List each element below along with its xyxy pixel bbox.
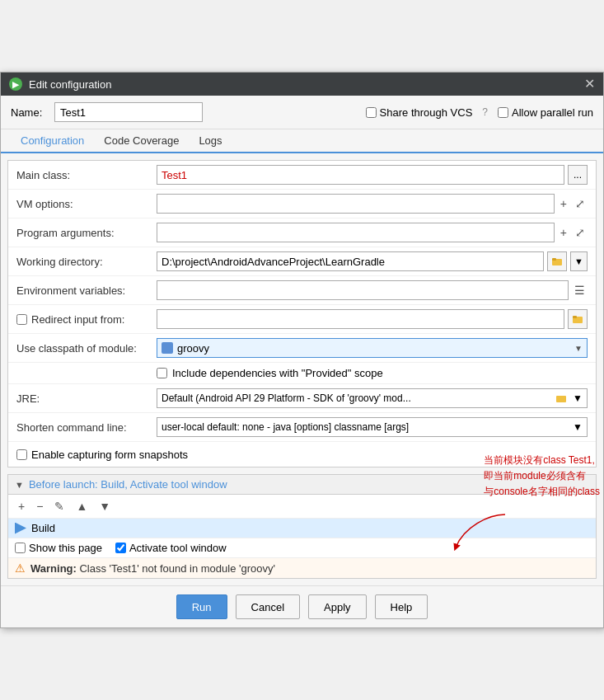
help-button[interactable]: Help bbox=[375, 594, 428, 619]
classpath-select-inner: groovy bbox=[162, 342, 209, 355]
working-dir-input[interactable] bbox=[157, 251, 544, 271]
build-label: Build bbox=[31, 522, 55, 534]
jre-label: JRE: bbox=[16, 392, 157, 405]
share-vcs-label[interactable]: Share through VCS bbox=[366, 106, 473, 119]
tabs: Configuration Code Coverage Logs bbox=[1, 129, 603, 153]
tab-configuration[interactable]: Configuration bbox=[11, 129, 94, 153]
vcs-help-icon[interactable]: ? bbox=[482, 106, 488, 118]
build-row-container: Build 当前模块没有class Test1, 即当前module必须含有 与… bbox=[8, 519, 596, 538]
title-bar: ▶ Edit configuration ✕ bbox=[1, 73, 603, 96]
program-args-control: + ⤢ bbox=[157, 223, 588, 242]
include-deps-checkbox[interactable] bbox=[157, 368, 167, 378]
form-snapshots-container: Enable capturing form snapshots bbox=[16, 449, 188, 461]
program-args-expand-icon[interactable]: ⤢ bbox=[573, 226, 588, 239]
name-label: Name: bbox=[11, 106, 48, 119]
move-down-tool-button[interactable]: ▼ bbox=[96, 498, 114, 514]
classpath-label: Use classpath of module: bbox=[16, 342, 157, 355]
vm-options-add-icon[interactable]: + bbox=[558, 197, 569, 210]
main-class-control: ... bbox=[157, 165, 588, 185]
edit-configuration-dialog: ▶ Edit configuration ✕ Name: Share throu… bbox=[0, 72, 604, 628]
name-input[interactable] bbox=[54, 102, 203, 122]
main-class-row: Main class: ... bbox=[8, 161, 596, 190]
module-icon bbox=[162, 342, 173, 354]
shorten-cmd-row: Shorten command line: user-local default… bbox=[8, 413, 596, 442]
include-deps-label: Include dependencies with "Provided" sco… bbox=[172, 367, 383, 379]
working-dir-row: Working directory: ▼ bbox=[8, 247, 596, 276]
redirect-checkbox-container: Redirect input from: bbox=[16, 313, 157, 326]
jre-row: JRE: Default (Android API 29 Platform - … bbox=[8, 384, 596, 413]
edit-tool-button[interactable]: ✎ bbox=[51, 498, 68, 514]
name-row-right: Share through VCS ? Allow parallel run bbox=[366, 106, 593, 119]
program-args-label: Program arguments: bbox=[16, 227, 157, 239]
working-dir-label: Working directory: bbox=[16, 256, 157, 268]
shorten-cmd-arrow[interactable]: ▼ bbox=[573, 421, 583, 433]
tab-code-coverage[interactable]: Code Coverage bbox=[94, 129, 189, 153]
redirect-input-checkbox[interactable] bbox=[16, 314, 27, 325]
jre-control: Default (Android API 29 Platform - SDK o… bbox=[157, 388, 588, 408]
main-class-browse-button[interactable]: ... bbox=[568, 165, 588, 185]
program-args-add-icon[interactable]: + bbox=[558, 226, 569, 239]
activate-tool-checkbox[interactable] bbox=[115, 543, 126, 553]
share-vcs-checkbox[interactable] bbox=[366, 107, 377, 118]
jre-folder-btn[interactable] bbox=[552, 388, 570, 408]
allow-parallel-checkbox[interactable] bbox=[498, 107, 508, 118]
before-launch-title: Before launch: Build, Activate tool wind… bbox=[29, 478, 227, 491]
title-bar-left: ▶ Edit configuration bbox=[9, 78, 111, 91]
form-snapshots-checkbox[interactable] bbox=[16, 449, 27, 460]
svg-rect-4 bbox=[556, 396, 566, 402]
svg-rect-1 bbox=[552, 258, 556, 261]
shorten-cmd-control: user-local default: none - java [options… bbox=[157, 417, 588, 437]
before-launch-section: ▼ Before launch: Build, Activate tool wi… bbox=[7, 474, 597, 579]
working-dir-folder-button[interactable] bbox=[547, 251, 567, 271]
move-up-tool-button[interactable]: ▲ bbox=[73, 498, 91, 514]
form-area: Main class: ... VM options: + ⤢ Program … bbox=[7, 160, 597, 467]
run-button[interactable]: Run bbox=[176, 594, 227, 619]
warning-text: Warning: Class 'Test1' not found in modu… bbox=[30, 562, 275, 575]
vm-options-expand-icon[interactable]: ⤢ bbox=[573, 197, 588, 210]
shorten-cmd-select[interactable]: user-local default: none - java [options… bbox=[157, 417, 588, 437]
cancel-button[interactable]: Cancel bbox=[236, 594, 300, 619]
show-page-checkbox[interactable] bbox=[15, 543, 26, 553]
warning-row: ⚠ Warning: Class 'Test1' not found in mo… bbox=[8, 557, 596, 578]
allow-parallel-label[interactable]: Allow parallel run bbox=[498, 106, 593, 119]
program-args-input[interactable] bbox=[157, 223, 555, 242]
vm-options-control: + ⤢ bbox=[157, 194, 588, 214]
redirect-folder-button[interactable] bbox=[568, 309, 588, 329]
env-vars-icon[interactable]: ☰ bbox=[572, 284, 588, 297]
add-tool-button[interactable]: + bbox=[15, 498, 28, 514]
jre-select[interactable]: Default (Android API 29 Platform - SDK o… bbox=[157, 388, 588, 408]
show-page-label[interactable]: Show this page bbox=[15, 542, 102, 554]
shorten-cmd-label: Shorten command line: bbox=[16, 421, 157, 434]
classpath-select[interactable]: groovy ▼ bbox=[157, 338, 588, 358]
classpath-control: groovy ▼ bbox=[157, 338, 588, 358]
env-vars-control: ☰ bbox=[157, 280, 588, 300]
env-vars-row: Environment variables: ☰ bbox=[8, 276, 596, 305]
vm-options-row: VM options: + ⤢ bbox=[8, 190, 596, 218]
vm-options-input[interactable] bbox=[157, 194, 555, 214]
jre-value: Default (Android API 29 Platform - SDK o… bbox=[162, 392, 552, 404]
env-vars-label: Environment variables: bbox=[16, 284, 157, 297]
include-deps-row: Include dependencies with "Provided" sco… bbox=[8, 363, 596, 384]
vm-options-label: VM options: bbox=[16, 198, 157, 210]
warning-icon: ⚠ bbox=[15, 561, 26, 575]
main-class-label: Main class: bbox=[16, 169, 157, 181]
run-icon: ▶ bbox=[9, 78, 22, 91]
close-button[interactable]: ✕ bbox=[584, 78, 595, 91]
remove-tool-button[interactable]: − bbox=[33, 498, 46, 514]
env-vars-input[interactable] bbox=[157, 280, 569, 300]
main-class-input[interactable] bbox=[157, 165, 564, 185]
working-dir-dropdown-button[interactable]: ▼ bbox=[570, 251, 588, 271]
program-args-row: Program arguments: + ⤢ bbox=[8, 218, 596, 247]
build-icon bbox=[15, 523, 26, 534]
apply-button[interactable]: Apply bbox=[308, 594, 367, 619]
classpath-value: groovy bbox=[177, 342, 209, 355]
tab-logs[interactable]: Logs bbox=[189, 129, 232, 153]
dialog-title: Edit configuration bbox=[29, 78, 111, 91]
redirect-input-field[interactable] bbox=[157, 309, 564, 329]
classpath-row: Use classpath of module: groovy ▼ bbox=[8, 334, 596, 363]
redirect-input-row: Redirect input from: bbox=[8, 305, 596, 334]
jre-arrow[interactable]: ▼ bbox=[573, 392, 583, 404]
classpath-arrow: ▼ bbox=[574, 344, 583, 353]
collapse-icon[interactable]: ▼ bbox=[15, 480, 24, 490]
activate-tool-label[interactable]: Activate tool window bbox=[115, 542, 227, 554]
